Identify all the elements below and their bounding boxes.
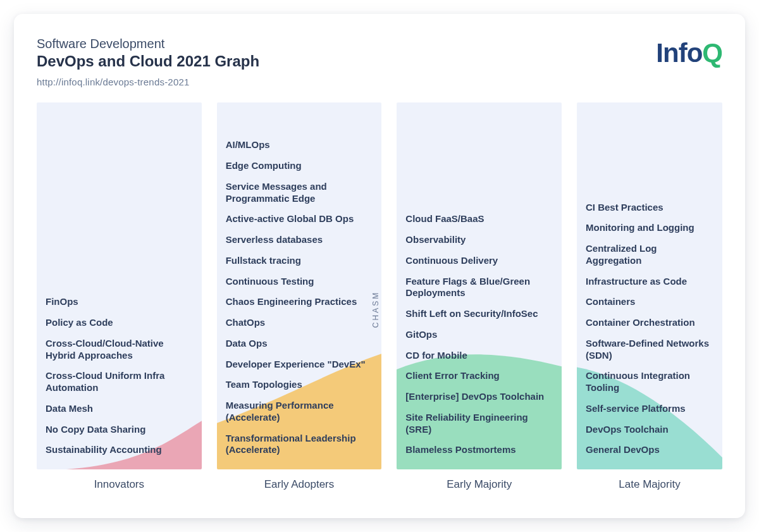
list-item: FinOps bbox=[46, 293, 193, 311]
brand-logo: InfoQ bbox=[656, 38, 722, 68]
list-item: Sustainability Accounting bbox=[46, 441, 193, 459]
items-early-majority: Cloud FaaS/BaaS Observability Continuous… bbox=[405, 210, 553, 459]
list-item: Edge Computing bbox=[226, 157, 373, 175]
list-item: Software-Defined Networks (SDN) bbox=[586, 335, 713, 365]
header-pretitle: Software Development bbox=[37, 37, 722, 51]
adoption-chart: FinOps Policy as Code Cross-Cloud/Cloud-… bbox=[37, 102, 722, 469]
column-early-adopters: AI/MLOps Edge Computing Service Messages… bbox=[217, 102, 382, 469]
list-item: ChatOps bbox=[226, 314, 373, 332]
list-item: Containers bbox=[586, 293, 713, 311]
column-labels: Innovators Early Adopters Early Majority… bbox=[37, 478, 722, 491]
items-innovators: FinOps Policy as Code Cross-Cloud/Cloud-… bbox=[46, 293, 193, 459]
list-item: Client Error Tracking bbox=[405, 367, 553, 385]
list-item: Container Orchestration bbox=[586, 314, 713, 332]
list-item: Site Reliability Engineering (SRE) bbox=[405, 409, 553, 439]
list-item: Chaos Engineering Practices bbox=[226, 293, 373, 311]
list-item: Observability bbox=[405, 231, 553, 249]
list-item: No Copy Data Sharing bbox=[46, 421, 193, 439]
label-innovators: Innovators bbox=[37, 478, 202, 491]
logo-text-part2: Q bbox=[702, 38, 722, 68]
list-item: Continuous Integration Tooling bbox=[586, 367, 713, 397]
label-late-majority: Late Majority bbox=[577, 478, 722, 491]
header-title: DevOps and Cloud 2021 Graph bbox=[37, 53, 722, 70]
list-item: Shift Left on Security/InfoSec bbox=[405, 305, 553, 323]
list-item: Service Messages and Programmatic Edge bbox=[226, 178, 373, 208]
header: Software Development DevOps and Cloud 20… bbox=[37, 37, 722, 87]
list-item: CD for Mobile bbox=[405, 347, 553, 365]
list-item: Self-service Platforms bbox=[586, 400, 713, 418]
list-item: Cloud FaaS/BaaS bbox=[405, 210, 553, 228]
list-item: Cross-Cloud/Cloud-Native Hybrid Approach… bbox=[46, 335, 193, 365]
label-early-majority: Early Majority bbox=[397, 478, 562, 491]
list-item: Blameless Postmortems bbox=[405, 441, 553, 459]
list-item: General DevOps bbox=[586, 441, 713, 459]
report-card: Software Development DevOps and Cloud 20… bbox=[14, 14, 745, 518]
list-item: Active-active Global DB Ops bbox=[226, 210, 373, 228]
list-item: Continuous Testing bbox=[226, 273, 373, 291]
logo-text-part1: Info bbox=[656, 38, 702, 68]
list-item: DevOps Toolchain bbox=[586, 421, 713, 439]
list-item: Serverless databases bbox=[226, 231, 373, 249]
header-url: http://infoq.link/devops-trends-2021 bbox=[37, 77, 722, 87]
label-early-adopters: Early Adopters bbox=[217, 478, 382, 491]
list-item: [Enterprise] DevOps Toolchain bbox=[405, 388, 553, 406]
list-item: Monitoring and Logging bbox=[586, 219, 713, 237]
column-early-majority: Cloud FaaS/BaaS Observability Continuous… bbox=[397, 102, 562, 469]
list-item: Measuring Performance (Accelerate) bbox=[226, 397, 373, 427]
list-item: Centralized Log Aggregation bbox=[586, 240, 713, 270]
items-early-adopters: AI/MLOps Edge Computing Service Messages… bbox=[226, 136, 373, 459]
items-late-majority: CI Best Practices Monitoring and Logging… bbox=[586, 199, 713, 460]
column-innovators: FinOps Policy as Code Cross-Cloud/Cloud-… bbox=[37, 102, 202, 469]
list-item: CI Best Practices bbox=[586, 199, 713, 217]
list-item: Cross-Cloud Uniform Infra Automation bbox=[46, 367, 193, 397]
list-item: Feature Flags & Blue/Green Deployments bbox=[405, 273, 553, 303]
list-item: Team Topologies bbox=[226, 376, 373, 394]
column-late-majority: CI Best Practices Monitoring and Logging… bbox=[577, 102, 722, 469]
chasm-label: CHASM bbox=[371, 291, 380, 328]
list-item: Fullstack tracing bbox=[226, 252, 373, 270]
list-item: Data Mesh bbox=[46, 400, 193, 418]
list-item: Continuous Delivery bbox=[405, 252, 553, 270]
list-item: Data Ops bbox=[226, 335, 373, 353]
list-item: GitOps bbox=[405, 326, 553, 344]
list-item: Developer Experience "DevEx" bbox=[226, 356, 373, 374]
list-item: Infrastructure as Code bbox=[586, 273, 713, 291]
list-item: Transformational Leadership (Accelerate) bbox=[226, 430, 373, 460]
list-item: Policy as Code bbox=[46, 314, 193, 332]
list-item: AI/MLOps bbox=[226, 136, 373, 154]
